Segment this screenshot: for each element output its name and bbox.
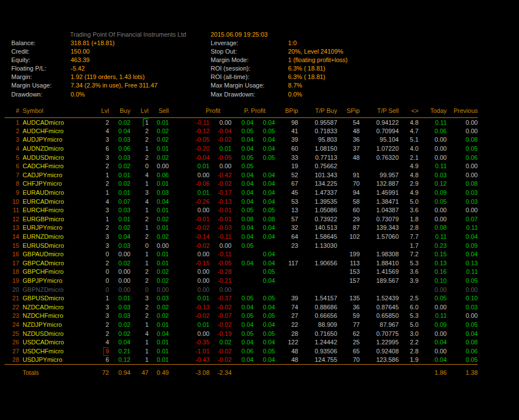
sell-lots-cell: 0.00: [149, 161, 169, 170]
totals-bpip-cell: [275, 364, 298, 376]
buy-lvl-cell: 0: [90, 285, 109, 294]
buy-lvl-cell: 1: [90, 170, 109, 180]
tp-buy-cell: 140.513: [298, 224, 337, 233]
info-value: 6.3% ( 18.81): [288, 65, 325, 72]
tp-sell-cell: 139.343: [360, 224, 399, 233]
sell-lvl-cell: 0: [130, 241, 149, 250]
previous-cell: 0.03: [447, 303, 478, 312]
totals-previous-cell: 1.38: [447, 364, 478, 376]
spip-cell: 59: [337, 312, 360, 321]
col-buy-lvl: Lvl: [90, 107, 109, 118]
table-row: 17GBPCADmicro20.0210.01-0.15-0.050.040.0…: [5, 259, 478, 268]
spread-cell: 7.7: [399, 232, 418, 241]
tp-sell-cell: 1.07220: [360, 144, 399, 153]
profit-buy-cell: -0.14: [169, 232, 210, 241]
p-profit-sell-cell: 0.04: [254, 188, 275, 197]
row-number: 27: [5, 347, 19, 356]
buy-lots-cell: 0.01: [109, 215, 130, 224]
sell-lvl-cell: 1: [130, 320, 149, 329]
spip-cell: 94: [337, 188, 360, 197]
buy-lots-cell: 0.02: [109, 118, 130, 127]
p-profit-buy-cell: 0.06: [232, 347, 254, 356]
profit-buy-cell: 0.00: [169, 170, 210, 180]
tp-buy-cell: 0.71650: [298, 329, 337, 338]
table-row: 4AUDNZDmicro60.0610.01-0.200.010.040.046…: [5, 144, 478, 153]
buy-lvl-cell: 2: [90, 329, 109, 338]
spread-cell: 4.0: [399, 144, 418, 153]
spip-cell: 77: [337, 320, 360, 329]
tp-buy-cell: 1.24442: [298, 338, 337, 347]
row-number: 7: [5, 170, 19, 180]
info-label: Margin Mode:: [211, 56, 248, 63]
symbol-cell: GBPUSDmicro: [19, 294, 90, 303]
info-value: 20%, Level 24109%: [288, 48, 343, 55]
profit-sell-cell: -0.02: [210, 347, 232, 356]
p-profit-sell-cell: 0.04: [254, 170, 275, 180]
buy-lvl-cell: 6: [90, 356, 109, 365]
p-profit-sell-cell: 0.04: [254, 224, 275, 233]
sell-lots-cell: 0.02: [149, 312, 169, 321]
p-profit-buy-cell: 0.04: [232, 197, 254, 206]
profit-buy-cell: 0.00: [169, 268, 210, 277]
spip-cell: 91: [337, 170, 360, 180]
table-row: 3AUDJPYmicro30.0320.02-0.05-0.020.040.04…: [5, 135, 478, 145]
sell-lots-cell: 0.02: [149, 276, 169, 285]
totals-buy-lots-cell: 0.94: [109, 364, 130, 376]
p-profit-sell-cell: 0.04: [254, 320, 275, 329]
tp-buy-cell: 0.88686: [298, 303, 337, 312]
today-cell: 0.00: [418, 153, 447, 162]
sell-lots-cell: 0.01: [149, 118, 169, 127]
symbol-cell: AUDUSDmicro: [19, 153, 90, 162]
p-profit-sell-cell: 0.05: [254, 126, 275, 135]
totals-section: Totals720.94470.49-3.08-2.341.861.38: [5, 364, 478, 376]
profit-sell-cell: 0.00: [210, 161, 232, 170]
symbol-cell: EURGBPmicro: [19, 215, 90, 224]
tp-buy-cell: 1.90656: [298, 259, 337, 268]
tp-buy-cell: 1.54157: [298, 294, 337, 303]
tp-sell-cell: 1.52439: [360, 294, 399, 303]
today-cell: 0.11: [418, 312, 447, 321]
p-profit-sell-cell: [254, 285, 275, 294]
p-profit-sell-cell: [254, 241, 275, 250]
p-profit-sell-cell: 0.05: [254, 205, 275, 215]
today-cell: 0.00: [418, 135, 447, 145]
green-highlight-box: 1: [143, 119, 149, 127]
col-spip: SPip: [337, 107, 360, 118]
spip-cell: 153: [337, 268, 360, 277]
symbol-cell: NZDCADmicro: [19, 303, 90, 312]
info-label: Credit:: [11, 48, 29, 55]
spread-cell: 2.1: [399, 153, 418, 162]
info-label: Balance:: [11, 40, 36, 46]
totals-row-number: [5, 364, 19, 376]
profit-sell-cell: -0.04: [210, 126, 232, 135]
sell-lvl-cell: 1: [130, 118, 149, 127]
profit-buy-cell: 0.00: [169, 250, 210, 259]
spip-cell: 54: [337, 118, 360, 127]
today-cell: 0.13: [418, 259, 447, 268]
buy-lots-cell: 0.01: [109, 170, 130, 180]
row-number: 12: [5, 215, 19, 224]
tp-sell-cell: 1.22995: [360, 338, 399, 347]
buy-lots-cell: 0.12: [109, 356, 130, 365]
trading-monitor-panel: Trading Point Of Financial Instruments L…: [0, 0, 519, 420]
symbol-cell: USDCHFmicro: [19, 347, 90, 356]
spread-cell: 1.8: [399, 215, 418, 224]
row-number: 19: [5, 276, 19, 285]
table-row: 13EURJPYmicro20.0210.01-0.02-0.030.040.0…: [5, 224, 478, 233]
today-cell: 0.12: [418, 180, 447, 189]
sell-lots-cell: 0.04: [149, 197, 169, 206]
p-profit-sell-cell: 0.04: [254, 259, 275, 268]
sell-lots-cell: 0.01: [149, 338, 169, 347]
tp-sell-cell: 0.73079: [360, 215, 399, 224]
buy-lvl-cell: 2: [90, 118, 109, 127]
table-row: 5AUDUSDmicro30.0320.02-0.04-0.050.050.05…: [5, 153, 478, 162]
symbol-cell: GBPCHFmicro: [19, 268, 90, 277]
p-profit-sell-cell: 0.04: [254, 118, 275, 127]
table-row: 10EURCADmicro40.0740.04-0.26-0.130.040.0…: [5, 197, 478, 206]
profit-sell-cell: -0.05: [210, 153, 232, 162]
spip-cell: 48: [337, 126, 360, 135]
spread-cell: 3.6: [399, 268, 418, 277]
col-tp-buy: T/P Buy: [298, 107, 337, 118]
spread-cell: 7.2: [399, 250, 418, 259]
p-profit-sell-cell: 0.05: [254, 268, 275, 277]
